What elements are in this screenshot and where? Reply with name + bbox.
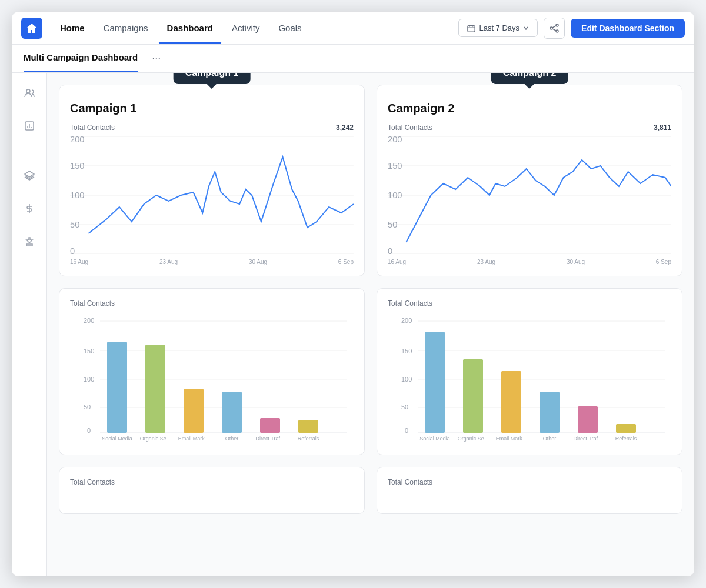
svg-text:50: 50 <box>70 220 79 229</box>
campaign1-tooltip: Campaign 1 <box>174 73 251 84</box>
campaign2-x-axis: 16 Aug 23 Aug 30 Aug 6 Sep <box>388 256 671 265</box>
nav-right: Last 7 Days Edit Dashboard Section <box>458 18 685 39</box>
svg-rect-55 <box>298 420 318 433</box>
date-range-label: Last 7 Days <box>479 24 519 32</box>
app-window: Home Campaigns Dashboard Activity Goals … <box>12 12 694 576</box>
campaign1-line-chart-container: Total Contacts 3,242 0 50 <box>70 123 354 265</box>
bottom-card-2-label: Total Contacts <box>388 478 432 486</box>
sidebar-icon-reports[interactable] <box>19 115 40 136</box>
svg-text:150: 150 <box>70 161 84 171</box>
sub-nav: Multi Campaign Dashboard ··· <box>12 45 694 73</box>
svg-text:100: 100 <box>388 191 402 200</box>
svg-line-7 <box>552 29 556 31</box>
svg-rect-75 <box>578 406 598 433</box>
svg-point-5 <box>550 27 552 29</box>
sidebar-icon-plugin[interactable] <box>19 231 40 252</box>
svg-text:200: 200 <box>388 136 402 144</box>
svg-point-8 <box>26 89 30 93</box>
bottom-card-2: Total Contacts <box>377 467 682 514</box>
campaign1-bar-header: Total Contacts <box>70 299 354 308</box>
svg-text:Other: Other <box>225 436 239 442</box>
bottom-card-1-label: Total Contacts <box>70 478 115 486</box>
nav-goals[interactable]: Goals <box>270 18 309 38</box>
dashboard-area: Campaign 1 Campaign 1 Total Contacts 3,2… <box>47 73 694 576</box>
svg-text:200: 200 <box>401 317 412 324</box>
svg-text:100: 100 <box>401 376 412 383</box>
share-icon <box>550 24 559 33</box>
svg-rect-47 <box>145 345 165 433</box>
svg-text:0: 0 <box>87 427 91 434</box>
share-button[interactable] <box>544 18 565 39</box>
campaign2-chart-header: Total Contacts 3,811 <box>388 123 671 132</box>
more-options-button[interactable]: ··· <box>147 50 165 67</box>
home-icon-button[interactable] <box>21 18 42 39</box>
campaign2-line-chart-svg: 0 50 100 150 200 <box>388 136 671 254</box>
svg-text:100: 100 <box>84 376 94 383</box>
campaign2-bar-header: Total Contacts <box>388 299 671 308</box>
date-range-button[interactable]: Last 7 Days <box>458 19 538 37</box>
svg-text:Organic Se...: Organic Se... <box>140 436 171 442</box>
nav-home[interactable]: Home <box>52 18 93 38</box>
nav-dashboard[interactable]: Dashboard <box>159 18 221 38</box>
campaign1-line-card: Campaign 1 Campaign 1 Total Contacts 3,2… <box>59 85 365 276</box>
svg-text:50: 50 <box>84 403 91 410</box>
campaign1-bar-chart-area: 200 150 100 50 0 <box>70 312 354 444</box>
svg-rect-45 <box>107 342 127 433</box>
nav-activity[interactable]: Activity <box>224 18 268 38</box>
sidebar-icon-layers[interactable] <box>19 165 40 186</box>
campaign2-line-card: Campaign 2 Campaign 2 Total Contacts 3,8… <box>377 85 682 276</box>
campaign1-line-chart-wrapper: 0 50 100 150 200 <box>70 136 354 256</box>
campaign1-bar-svg: 200 150 100 50 0 <box>70 312 354 442</box>
campaign2-tooltip: Campaign 2 <box>491 73 568 84</box>
campaign1-title: Campaign 1 <box>70 102 354 115</box>
campaign2-bar-svg: 200 150 100 50 0 <box>388 312 671 442</box>
svg-line-6 <box>552 26 556 28</box>
sidebar-divider <box>21 151 38 151</box>
dashboard-tab[interactable]: Multi Campaign Dashboard <box>24 45 138 72</box>
svg-rect-73 <box>540 392 560 433</box>
svg-text:Referrals: Referrals <box>298 436 319 442</box>
svg-text:150: 150 <box>388 161 402 171</box>
campaign2-line-chart-container: Total Contacts 3,811 0 50 <box>388 123 671 265</box>
campaign2-bar-card: Total Contacts 200 150 100 50 0 <box>377 288 682 455</box>
nav-campaigns[interactable]: Campaigns <box>95 18 156 38</box>
sidebar-icon-users[interactable] <box>19 82 40 103</box>
campaign2-bar-chart-area: 200 150 100 50 0 <box>388 312 671 444</box>
svg-point-3 <box>556 24 558 26</box>
svg-text:50: 50 <box>401 403 408 410</box>
svg-text:150: 150 <box>401 348 412 355</box>
sidebar-icon-dollar[interactable] <box>19 198 40 219</box>
svg-text:Referrals: Referrals <box>615 436 637 442</box>
svg-rect-69 <box>463 359 483 433</box>
svg-text:Social Media: Social Media <box>102 436 132 442</box>
svg-text:Organic Se...: Organic Se... <box>458 436 489 442</box>
campaign2-title: Campaign 2 <box>388 102 671 115</box>
svg-text:150: 150 <box>84 348 94 355</box>
campaign2-bar-label: Total Contacts <box>388 299 432 308</box>
campaign1-x-axis: 16 Aug 23 Aug 30 Aug 6 Sep <box>70 256 354 265</box>
svg-text:Direct Traf...: Direct Traf... <box>255 436 284 442</box>
svg-text:Email Mark...: Email Mark... <box>178 436 209 442</box>
campaign1-contacts-label: Total Contacts <box>70 123 115 132</box>
campaign1-chart-header: Total Contacts 3,242 <box>70 123 354 132</box>
sidebar <box>12 73 47 576</box>
campaign2-line-chart-wrapper: 0 50 100 150 200 <box>388 136 671 256</box>
svg-rect-67 <box>425 332 445 433</box>
svg-text:200: 200 <box>70 136 84 144</box>
campaign1-bar-label: Total Contacts <box>70 299 115 308</box>
svg-rect-0 <box>468 25 475 32</box>
edit-dashboard-button[interactable]: Edit Dashboard Section <box>571 19 685 38</box>
bottom-card-1-header: Total Contacts <box>70 478 354 486</box>
calendar-icon <box>467 24 475 32</box>
main-content: Campaign 1 Campaign 1 Total Contacts 3,2… <box>12 73 694 576</box>
svg-rect-51 <box>222 392 242 433</box>
svg-text:Direct Traf...: Direct Traf... <box>573 436 602 442</box>
svg-rect-49 <box>184 389 204 433</box>
svg-text:50: 50 <box>388 220 397 229</box>
dashboard-grid: Campaign 1 Campaign 1 Total Contacts 3,2… <box>59 85 682 514</box>
bottom-card-1: Total Contacts <box>59 467 365 514</box>
svg-text:100: 100 <box>70 191 84 200</box>
campaign1-contacts-value: 3,242 <box>336 123 354 132</box>
svg-text:Social Media: Social Media <box>419 436 450 442</box>
campaign1-line-chart-svg: 0 50 100 150 200 <box>70 136 354 254</box>
